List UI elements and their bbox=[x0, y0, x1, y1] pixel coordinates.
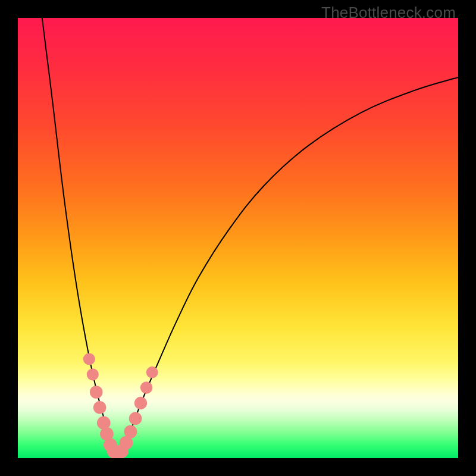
chart-frame: TheBottleneck.com bbox=[0, 0, 476, 476]
valley-dot bbox=[87, 368, 99, 380]
curve-left-branch bbox=[42, 18, 117, 456]
valley-dot bbox=[83, 353, 95, 365]
valley-dot bbox=[140, 381, 153, 394]
curve-layer bbox=[18, 18, 458, 458]
valley-dot bbox=[124, 425, 137, 439]
valley-dot bbox=[134, 397, 147, 409]
watermark-text: TheBottleneck.com bbox=[321, 4, 456, 22]
valley-dot bbox=[90, 386, 103, 399]
valley-dots bbox=[83, 353, 158, 458]
valley-dot bbox=[146, 367, 158, 378]
valley-dot bbox=[93, 401, 107, 414]
curve-right-branch bbox=[117, 77, 459, 456]
valley-dot bbox=[129, 412, 142, 425]
plot-area bbox=[18, 18, 458, 458]
